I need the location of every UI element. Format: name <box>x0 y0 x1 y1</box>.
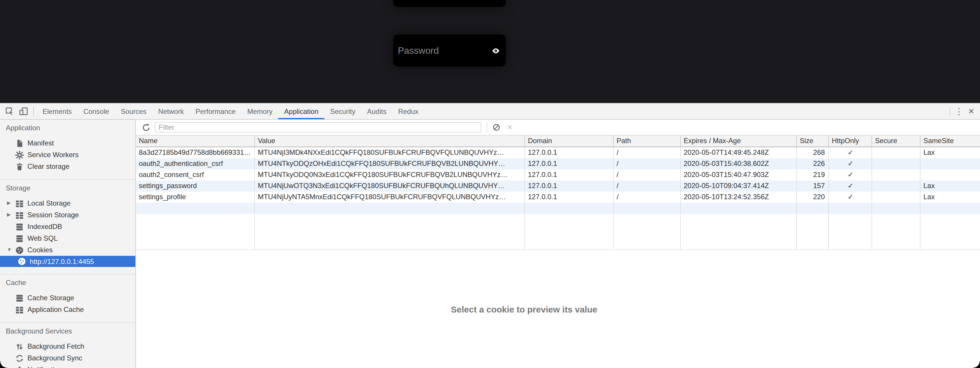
tab-network[interactable]: Network <box>152 103 189 119</box>
chevron-right-icon[interactable]: ▶ <box>7 201 15 206</box>
section-title: Storage <box>0 183 135 193</box>
cell-value: MTU4NTkyODQzOHxEdi1CQkFFQ180SUFBUkFCRUFB… <box>255 158 525 170</box>
cell-name: oauth2_consent_csrf <box>136 170 255 181</box>
cookie-row-settings-profile[interactable]: settings_profileMTU4NjUyNTA5MnxEdi1CQkFF… <box>136 192 980 203</box>
cookie-preview-pane: Select a cookie to preview its value <box>136 250 980 368</box>
column-divider[interactable] <box>872 147 872 250</box>
device-toolbar-button[interactable] <box>16 104 30 118</box>
column-divider[interactable] <box>920 147 921 250</box>
sidebar-item-local-storage[interactable]: ▶Local Storage <box>0 197 135 209</box>
cell-samesite <box>921 170 980 181</box>
tab-redux[interactable]: Redux <box>392 103 424 119</box>
cell-size: 219 <box>797 170 829 181</box>
database-icon <box>15 234 24 243</box>
eye-icon[interactable] <box>492 46 500 54</box>
cell-path: / <box>614 158 681 170</box>
tab-elements[interactable]: Elements <box>37 103 78 119</box>
sidebar-item-label: Notifications <box>27 366 65 368</box>
tab-console[interactable]: Console <box>78 103 115 119</box>
table-icon <box>15 305 24 314</box>
column-divider[interactable] <box>680 147 681 250</box>
cropped-input-box[interactable] <box>393 0 506 7</box>
inspect-element-button[interactable] <box>2 104 16 118</box>
sidebar-item-label: Clear storage <box>27 162 69 171</box>
toolbar-divider <box>487 122 487 133</box>
table-icon <box>15 211 24 219</box>
cell-domain: 127.0.0.1 <box>525 170 614 181</box>
sidebar-item-application-cache[interactable]: Application Cache <box>0 304 135 315</box>
refresh-icon[interactable] <box>142 123 151 132</box>
close-devtools-icon[interactable]: ✕ <box>965 107 978 116</box>
cell-secure <box>872 192 921 203</box>
sidebar-item-label: Service Workers <box>27 151 79 159</box>
sidebar-item-background-fetch[interactable]: Background Fetch <box>0 341 135 352</box>
column-header-size[interactable]: Size <box>797 136 829 147</box>
column-header-path[interactable]: Path <box>614 136 681 147</box>
filter-input[interactable] <box>154 122 481 133</box>
sidebar-item-clear-storage[interactable]: Clear storage <box>0 161 135 172</box>
sidebar-section-background-services: Background ServicesBackground FetchBackg… <box>0 323 135 368</box>
cell-value: MTU4NjUyNTA5MnxEdi1CQkFFQ180SUFBUkFCRUFB… <box>255 192 525 203</box>
tab-performance[interactable]: Performance <box>189 103 241 119</box>
column-divider[interactable] <box>255 147 255 250</box>
sidebar-item-label: Web SQL <box>27 234 58 242</box>
kebab-menu-icon[interactable]: ⋮ <box>953 106 965 117</box>
cell-value: MTU4NjUwOTQ3N3xEdi1CQkFFQ180SUFBUkFCRUFB… <box>255 181 525 192</box>
tab-application[interactable]: Application <box>278 103 324 119</box>
cell-httponly: ✓ <box>829 192 872 203</box>
column-divider[interactable] <box>613 147 614 250</box>
cell-size: 220 <box>797 192 829 203</box>
cell-path: / <box>614 192 681 203</box>
sidebar-item-cache-storage[interactable]: Cache Storage <box>0 292 135 304</box>
password-field[interactable] <box>393 34 506 67</box>
column-header-secure[interactable]: Secure <box>872 136 921 147</box>
column-header-httponly[interactable]: HttpOnly <box>829 136 872 147</box>
sidebar-item-web-sql[interactable]: Web SQL <box>0 232 135 244</box>
sidebar-section-cache: CacheCache StorageApplication Cache <box>0 275 135 323</box>
cookie-row-8a3d27185b49d7758d8bb669[interactable]: 8a3d27185b49d7758d8bb669331…MTU4NjI3MDk4… <box>136 147 980 158</box>
sidebar-item-indexeddb[interactable]: IndexedDB <box>0 221 135 232</box>
column-header-name[interactable]: Name <box>136 136 255 147</box>
devtools-tabbar: ElementsConsoleSourcesNetworkPerformance… <box>0 103 980 120</box>
column-header-domain[interactable]: Domain <box>525 136 614 147</box>
delete-selected-icon[interactable]: ✕ <box>507 123 513 131</box>
sidebar-item-cookies[interactable]: ▼Cookies <box>0 244 135 256</box>
section-title: Background Services <box>0 326 135 336</box>
toolbar-divider <box>950 107 950 116</box>
sidebar-item-manifest[interactable]: Manifest <box>0 137 135 149</box>
cell-samesite: Lax <box>921 181 980 192</box>
sidebar-item-http-127-0-0-1-4455[interactable]: http://127.0.0.1:4455 <box>0 256 135 267</box>
tab-security[interactable]: Security <box>325 103 361 119</box>
cell-expires-max-age: 2020-05-10T13:24:52.356Z <box>681 192 797 203</box>
tab-sources[interactable]: Sources <box>115 103 152 119</box>
cookie-row-oauth2-authentication-cs[interactable]: oauth2_authentication_csrfMTU4NTkyODQzOH… <box>136 158 980 170</box>
sidebar-item-label: Local Storage <box>27 199 71 207</box>
column-header-samesite[interactable]: SameSite <box>921 136 980 147</box>
devtools-tabs: ElementsConsoleSourcesNetworkPerformance… <box>37 103 425 119</box>
cell-value: MTU4NTkyODQ0N3xEdi1CQkFFQ180SUFBUkFCRUFB… <box>255 170 525 181</box>
fetch-icon <box>15 342 24 351</box>
sidebar-item-service-workers[interactable]: Service Workers <box>0 149 135 161</box>
sidebar-item-background-sync[interactable]: Background Sync <box>0 352 135 364</box>
tab-audits[interactable]: Audits <box>361 103 392 119</box>
cookie-row-settings-password[interactable]: settings_passwordMTU4NjUwOTQ3N3xEdi1CQkF… <box>136 181 980 192</box>
cell-httponly: ✓ <box>829 147 872 158</box>
cell-name: settings_password <box>136 181 255 192</box>
tab-memory[interactable]: Memory <box>242 103 278 119</box>
column-header-value[interactable]: Value <box>255 136 525 147</box>
sidebar-item-notifications[interactable]: Notifications <box>0 364 135 368</box>
column-divider[interactable] <box>796 147 797 250</box>
cookie-row-oauth2-consent-csrf[interactable]: oauth2_consent_csrfMTU4NTkyODQ0N3xEdi1CQ… <box>136 170 980 181</box>
empty-row <box>136 203 980 214</box>
column-header-expires-max-age[interactable]: Expires / Max-Age <box>681 136 797 147</box>
sidebar-item-label: Background Fetch <box>27 342 84 350</box>
cookie-table-header: NameValueDomainPathExpires / Max-AgeSize… <box>136 135 980 147</box>
chevron-down-icon[interactable]: ▼ <box>7 248 15 252</box>
clear-cookies-icon[interactable] <box>492 123 501 131</box>
bell-icon <box>15 365 24 368</box>
sidebar-item-session-storage[interactable]: ▶Session Storage <box>0 209 135 221</box>
chevron-right-icon[interactable]: ▶ <box>7 213 15 217</box>
column-divider[interactable] <box>524 147 525 250</box>
password-input[interactable] <box>398 45 492 56</box>
column-divider[interactable] <box>828 147 829 250</box>
